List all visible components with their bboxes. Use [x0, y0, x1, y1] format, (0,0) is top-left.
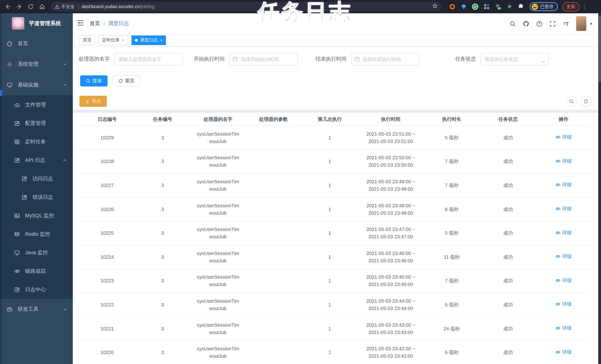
help-icon[interactable]	[535, 20, 543, 28]
table-row: 10227 3 sysUserSessionTimeoutJob 1 2021-…	[80, 174, 591, 198]
github-icon[interactable]	[522, 20, 530, 28]
close-icon[interactable]: ×	[122, 38, 125, 43]
security-indicator[interactable]: 不安全	[55, 3, 75, 10]
tag-home[interactable]: 首页	[80, 35, 95, 45]
filter-form: 处理器的名字 开始执行时间 结束执行时间	[79, 52, 591, 66]
breadcrumb-home[interactable]: 首页	[90, 20, 100, 27]
dashboard-icon	[7, 41, 13, 47]
detail-link[interactable]: 详细	[555, 277, 572, 284]
handler-name-input[interactable]	[114, 53, 183, 65]
sidebar-item-error-log[interactable]: 错误日志	[0, 188, 73, 207]
eye-icon	[555, 206, 561, 211]
user-avatar[interactable]	[576, 16, 586, 31]
filter-label-handler-name: 处理器的名字	[79, 56, 114, 62]
extension-orange-icon[interactable]	[448, 3, 456, 11]
page-content: 处理器的名字 开始执行时间 结束执行时间	[73, 47, 598, 364]
status-text: 成功	[480, 253, 536, 261]
export-button[interactable]: 导出	[80, 96, 107, 107]
sidebar-collapse-icon[interactable]	[77, 20, 85, 27]
table-row: 10229 3 sysUserSessionTimeoutJob 1 2021-…	[80, 126, 591, 150]
profile-emoji-avatar	[532, 3, 538, 10]
detail-link[interactable]: 详细	[555, 134, 572, 141]
eye-icon	[555, 302, 561, 307]
table-row: 10220 3 sysUserSessionTimeoutJob 1 2021-…	[80, 341, 591, 364]
sidebar-item-trace[interactable]: 链路追踪	[0, 262, 73, 281]
sidebar-item-api-log[interactable]: API 日志	[0, 151, 73, 170]
sidebar-item-infrastructure[interactable]: 基础设施	[0, 75, 73, 95]
detail-link[interactable]: 详细	[555, 253, 572, 260]
section-divider	[73, 110, 598, 113]
chevron-down-icon	[63, 63, 67, 65]
address-bar[interactable]: 不安全 dashboard.yudao.iocoder.cn/job/log	[51, 2, 441, 11]
extension-leaf-icon[interactable]	[505, 3, 514, 11]
sidebar-item-config-management[interactable]: 配置管理	[0, 114, 73, 133]
extension-green-check-icon[interactable]	[471, 3, 479, 11]
sidebar-item-scheduled-jobs[interactable]: 定时任务	[0, 133, 73, 151]
calendar-icon	[354, 56, 360, 62]
sidebar-item-dev-tools[interactable]: 研发工具	[0, 299, 73, 320]
detail-link[interactable]: 详细	[555, 324, 572, 332]
calendar-icon	[232, 56, 238, 62]
sidebar-item-java-monitor[interactable]: Java 监控	[0, 243, 73, 262]
scrollbar-thumb[interactable]	[598, 16, 601, 82]
breadcrumb-current[interactable]: 调度日志	[108, 20, 129, 27]
extensions-area: on 已暂停 更新 ⋮	[445, 2, 590, 11]
window-scrollbar[interactable]	[598, 13, 601, 364]
browser-menu-icon[interactable]: ⋮	[582, 4, 587, 9]
sidebar-item-mysql-monitor[interactable]: MySQL 监控	[0, 207, 73, 225]
bookmark-star-icon[interactable]	[432, 3, 438, 10]
detail-link[interactable]: 详细	[555, 157, 572, 165]
detail-link[interactable]: 详细	[555, 181, 572, 189]
extension-gem-icon[interactable]	[460, 3, 468, 11]
end-time-input[interactable]	[351, 53, 420, 65]
sidebar-logo-row[interactable]: 芋道管理系统	[0, 13, 73, 33]
eye-icon	[555, 230, 561, 235]
annotation-title: 任务日志	[258, 0, 352, 27]
detail-link[interactable]: 详细	[555, 229, 572, 236]
job-status-select[interactable]	[480, 53, 549, 65]
browser-home-button[interactable]	[39, 3, 46, 10]
browser-back-button[interactable]	[4, 3, 11, 10]
fullscreen-icon[interactable]	[549, 20, 557, 28]
extension-grid-icon[interactable]	[482, 3, 491, 11]
sidebar-item-file-management[interactable]: 文件管理	[0, 96, 73, 114]
extensions-puzzle-icon[interactable]	[517, 3, 525, 11]
header-search-icon[interactable]	[509, 20, 517, 28]
table-row: 10225 3 sysUserSessionTimeoutJob 1 2021-…	[80, 222, 591, 245]
start-time-input[interactable]	[229, 53, 298, 65]
font-size-icon[interactable]: TT	[562, 20, 570, 28]
browser-update-button[interactable]: 更新	[562, 2, 579, 11]
sidebar-item-log-center[interactable]: 日志中心	[0, 281, 73, 299]
profile-paused-chip[interactable]: 已暂停	[530, 2, 558, 11]
layers-icon	[14, 231, 20, 237]
sidebar-item-system[interactable]: 系统管理	[0, 54, 73, 75]
table-row: 10223 3 sysUserSessionTimeoutJob 1 2021-…	[80, 269, 591, 293]
browser-forward-button[interactable]	[16, 3, 23, 10]
browser-reload-button[interactable]	[27, 3, 34, 10]
sidebar-submenu-infrastructure: 文件管理 配置管理 定时任务 API 日志 访问日志	[0, 95, 73, 299]
job-status-select-wrap	[480, 53, 549, 65]
table-row: 10226 3 sysUserSessionTimeoutJob 1 2021-…	[80, 198, 591, 222]
tag-scheduled-jobs[interactable]: 定时任务×	[99, 35, 128, 45]
detail-link[interactable]: 详细	[555, 205, 572, 212]
table-toolbar: 导出	[80, 96, 591, 107]
breadcrumb: 首页 / 调度日志	[90, 20, 129, 27]
sidebar-item-home[interactable]: 首页	[0, 33, 73, 54]
picture-icon	[14, 213, 20, 219]
toggle-search-button[interactable]	[566, 96, 577, 107]
timer-icon	[14, 139, 20, 145]
tag-job-log[interactable]: 调度日志×	[131, 35, 166, 45]
detail-link[interactable]: 详细	[555, 348, 572, 356]
close-icon[interactable]: ×	[160, 38, 163, 43]
eye-icon	[555, 135, 561, 140]
sidebar-item-redis-monitor[interactable]: Redis 监控	[0, 225, 73, 243]
search-button[interactable]: 搜索	[80, 75, 108, 86]
refresh-button[interactable]	[580, 96, 591, 107]
extension-on-badge-icon[interactable]: on	[494, 3, 502, 11]
detail-link[interactable]: 详细	[555, 301, 572, 308]
sidebar-item-access-log[interactable]: 访问日志	[0, 170, 73, 188]
edit-icon	[14, 121, 20, 126]
reset-button[interactable]: 重置	[113, 75, 140, 86]
caret-down-icon[interactable]: ▼	[589, 22, 593, 26]
status-text: 成功	[480, 301, 536, 309]
